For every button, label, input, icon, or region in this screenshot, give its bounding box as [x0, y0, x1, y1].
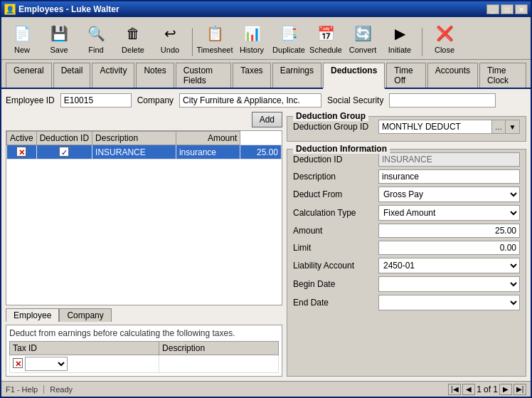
deduction-group-box: Deduction Group Deduction Group ID … ▼: [287, 116, 526, 142]
tab-general[interactable]: General: [6, 63, 52, 88]
schedule-button[interactable]: 📅 Schedule: [309, 20, 342, 56]
deduction-group-dropdown-button[interactable]: ▼: [506, 120, 520, 134]
tax-section: Deduct from earnings before calculating …: [6, 325, 282, 377]
current-page: 1: [477, 384, 482, 394]
amount-input[interactable]: [378, 224, 520, 238]
employee-id-input[interactable]: [60, 93, 132, 108]
window-controls: _ □ ✕: [486, 4, 528, 14]
col-amount: Amount: [176, 132, 240, 145]
tab-custom-fields[interactable]: Custom Fields: [176, 63, 232, 88]
deduct-from-label: Deduct From: [293, 189, 378, 199]
table-row[interactable]: ✕ ✓ INSURANCE insurance 25.00: [7, 145, 282, 159]
next-record-button[interactable]: ▶: [499, 384, 512, 395]
begin-date-select[interactable]: [378, 276, 520, 292]
deduction-group-id-input[interactable]: [378, 120, 491, 134]
deduction-id-label: Deduction ID: [293, 155, 378, 164]
col-description: Description: [92, 132, 176, 145]
tab-company[interactable]: Company: [59, 308, 111, 322]
deduction-id-input[interactable]: [378, 152, 520, 167]
employee-id-label: Employee ID: [6, 95, 55, 105]
tax-col-description: Description: [159, 342, 279, 355]
amount-label: Amount: [293, 226, 378, 236]
tax-col-id: Tax ID: [10, 342, 159, 355]
main-window: 👤 Employees - Luke Walter _ □ ✕ 📄 New 💾 …: [0, 0, 532, 398]
end-date-label: End Date: [293, 298, 378, 308]
history-icon: 📊: [240, 22, 263, 45]
tax-description: Deduct from earnings before calculating …: [9, 328, 279, 338]
new-button[interactable]: 📄 New: [6, 20, 38, 56]
col-active: Active: [7, 132, 37, 145]
initiate-button[interactable]: ▶ Initiate: [383, 20, 416, 56]
limit-input[interactable]: [378, 241, 520, 255]
row-amount: 25.00: [240, 145, 282, 159]
tax-id-cell[interactable]: ✕: [10, 355, 159, 373]
tab-activity[interactable]: Activity: [92, 63, 134, 88]
bottom-tabs: Employee Company: [6, 308, 282, 322]
window-title: Employees - Luke Walter: [18, 4, 484, 14]
navigation-controls: |◀ ◀ 1 of 1 ▶ ▶|: [448, 384, 526, 395]
timesheet-button[interactable]: 📋 Timesheet: [198, 20, 231, 56]
undo-button[interactable]: ↩ Undo: [154, 20, 186, 56]
calc-type-label: Calculation Type: [293, 208, 378, 218]
deduction-info-box: Deduction Information Deduction ID Descr…: [287, 149, 526, 377]
deduction-group-id-label: Deduction Group ID: [293, 122, 378, 132]
last-record-button[interactable]: ▶|: [514, 384, 526, 395]
app-icon: 👤: [4, 4, 16, 15]
deduction-group-id-row: Deduction Group ID … ▼: [293, 120, 520, 134]
tab-accounts[interactable]: Accounts: [427, 63, 478, 88]
delete-icon: 🗑: [122, 22, 144, 45]
tab-bar: General Detail Activity Notes Custom Fie…: [1, 60, 531, 89]
end-date-select[interactable]: [378, 295, 520, 310]
deduct-from-select[interactable]: Gross Pay Net Pay: [378, 187, 520, 202]
convert-button[interactable]: 🔄 Convert: [346, 20, 379, 56]
duplicate-button[interactable]: 📑 Duplicate: [272, 20, 305, 56]
tab-detail[interactable]: Detail: [53, 63, 91, 88]
tax-desc-cell: [159, 355, 279, 373]
first-record-button[interactable]: |◀: [448, 384, 461, 395]
tax-checkbox[interactable]: ✕: [13, 358, 23, 368]
prev-record-button[interactable]: ◀: [462, 384, 475, 395]
tax-table-row: ✕: [10, 355, 279, 373]
add-button[interactable]: Add: [252, 112, 282, 127]
close-icon: ❌: [433, 22, 456, 45]
help-label: F1 - Help: [6, 385, 44, 394]
row-active-x[interactable]: ✕: [7, 145, 37, 159]
initiate-icon: ▶: [388, 22, 411, 45]
close-button[interactable]: ❌ Close: [428, 20, 461, 56]
tab-time-clock[interactable]: Time Clock: [479, 63, 526, 88]
tax-id-select[interactable]: [25, 357, 68, 371]
tab-time-off[interactable]: Time Off: [386, 63, 425, 88]
close-window-button[interactable]: ✕: [515, 4, 528, 14]
company-input[interactable]: [179, 93, 321, 108]
row-active-check[interactable]: ✓: [36, 145, 92, 159]
calc-type-select[interactable]: Fixed Amount Percentage: [378, 205, 520, 221]
deductions-table-container: Active Deduction ID Description Amount ✕…: [6, 130, 282, 305]
deduction-group-lookup-button[interactable]: …: [491, 120, 506, 134]
save-button[interactable]: 💾 Save: [43, 20, 75, 56]
title-bar: 👤 Employees - Luke Walter _ □ ✕: [1, 1, 531, 17]
history-button[interactable]: 📊 History: [235, 20, 268, 56]
status-text: Ready: [50, 385, 442, 394]
tab-earnings[interactable]: Earnings: [272, 63, 321, 88]
social-security-input[interactable]: [389, 93, 496, 108]
duplicate-icon: 📑: [277, 22, 300, 45]
row-deduction-id: INSURANCE: [92, 145, 176, 159]
tab-taxes[interactable]: Taxes: [233, 63, 270, 88]
find-button[interactable]: 🔍 Find: [80, 20, 112, 56]
description-label: Description: [293, 172, 378, 182]
deductions-table: Active Deduction ID Description Amount ✕…: [6, 131, 282, 159]
delete-button[interactable]: 🗑 Delete: [117, 20, 149, 56]
field-row-liability: Liability Account 2450-01: [293, 258, 520, 273]
tab-employee[interactable]: Employee: [6, 308, 59, 322]
field-row-calc-type: Calculation Type Fixed Amount Percentage: [293, 205, 520, 221]
deduction-group-combo: … ▼: [378, 120, 520, 134]
tab-notes[interactable]: Notes: [136, 63, 174, 88]
toolbar-separator-2: [422, 28, 422, 56]
maximize-button[interactable]: □: [501, 4, 514, 14]
tab-deductions[interactable]: Deductions: [323, 63, 385, 89]
content-area: Employee ID Company Social Security Add: [1, 89, 531, 381]
minimize-button[interactable]: _: [486, 4, 499, 14]
deduction-info-title: Deduction Information: [293, 144, 390, 154]
liability-account-select[interactable]: 2450-01: [378, 258, 520, 273]
description-input[interactable]: [378, 169, 520, 184]
